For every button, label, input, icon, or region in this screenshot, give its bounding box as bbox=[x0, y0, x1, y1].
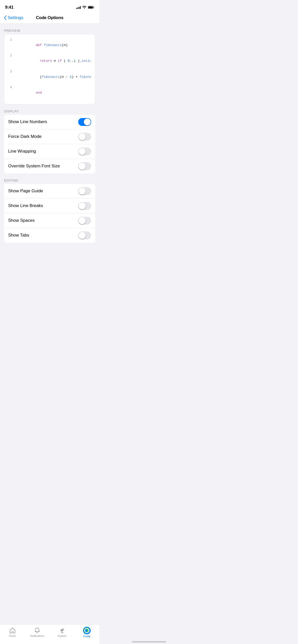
override-font-label: Override System Font Size bbox=[8, 164, 60, 169]
status-time: 9:41 bbox=[5, 5, 13, 10]
show-tabs-toggle[interactable] bbox=[78, 231, 91, 239]
preview-section-label: PREVIEW bbox=[0, 24, 99, 34]
show-tabs-label: Show Tabs bbox=[8, 233, 29, 238]
line-wrapping-toggle[interactable] bbox=[78, 148, 91, 155]
code-line-4: 4 end bbox=[8, 85, 91, 101]
back-label: Settings bbox=[8, 15, 23, 20]
settings-row-line-wrapping: Line Wrapping bbox=[4, 144, 95, 159]
code-line-1: 1 def fibonacci(n) bbox=[8, 37, 91, 53]
force-dark-mode-label: Force Dark Mode bbox=[8, 134, 42, 139]
settings-row-show-line-breaks: Show Line Breaks bbox=[4, 199, 95, 213]
nav-bar: Settings Code Options bbox=[0, 13, 99, 24]
editing-settings-card: Show Page Guide Show Line Breaks Show Sp… bbox=[4, 184, 95, 243]
show-line-numbers-toggle[interactable] bbox=[78, 118, 91, 126]
display-section-label: DISPLAY bbox=[0, 104, 99, 115]
settings-row-show-page-guide: Show Page Guide bbox=[4, 184, 95, 199]
settings-row-show-spaces: Show Spaces bbox=[4, 213, 95, 228]
show-line-numbers-label: Show Line Numbers bbox=[8, 119, 47, 124]
show-page-guide-label: Show Page Guide bbox=[8, 188, 43, 194]
show-spaces-toggle[interactable] bbox=[78, 217, 91, 225]
code-line-3: 3 (fibonacci(n – 1) + fibonacci(n – 2)) … bbox=[8, 69, 91, 85]
back-button[interactable]: Settings bbox=[4, 15, 23, 20]
show-line-breaks-label: Show Line Breaks bbox=[8, 203, 43, 208]
force-dark-mode-toggle[interactable] bbox=[78, 133, 91, 141]
code-line-2: 2 return n if ( 0..1 ).include? n bbox=[8, 53, 91, 69]
display-settings-card: Show Line Numbers Force Dark Mode Line W… bbox=[4, 115, 95, 173]
code-block: 1 def fibonacci(n) 2 return n if ( 0..1 … bbox=[8, 37, 91, 101]
line-wrapping-label: Line Wrapping bbox=[8, 149, 36, 154]
show-page-guide-toggle[interactable] bbox=[78, 187, 91, 195]
settings-row-show-tabs: Show Tabs bbox=[4, 228, 95, 243]
editing-section-label: EDITING bbox=[0, 173, 99, 184]
page-title: Code Options bbox=[36, 15, 63, 20]
chevron-left-icon bbox=[4, 16, 7, 20]
show-line-breaks-toggle[interactable] bbox=[78, 202, 91, 210]
status-bar: 9:41 bbox=[0, 0, 99, 13]
signal-icon bbox=[76, 6, 81, 9]
settings-row-force-dark-mode: Force Dark Mode bbox=[4, 129, 95, 144]
code-preview-card: 1 def fibonacci(n) 2 return n if ( 0..1 … bbox=[4, 34, 95, 104]
status-icons bbox=[76, 6, 94, 9]
battery-icon bbox=[88, 6, 94, 9]
settings-row-show-line-numbers: Show Line Numbers bbox=[4, 115, 95, 129]
override-font-toggle[interactable] bbox=[78, 162, 91, 170]
wifi-icon bbox=[82, 6, 86, 9]
show-spaces-label: Show Spaces bbox=[8, 218, 35, 223]
svg-rect-1 bbox=[88, 7, 93, 8]
settings-row-override-font: Override System Font Size bbox=[4, 159, 95, 173]
